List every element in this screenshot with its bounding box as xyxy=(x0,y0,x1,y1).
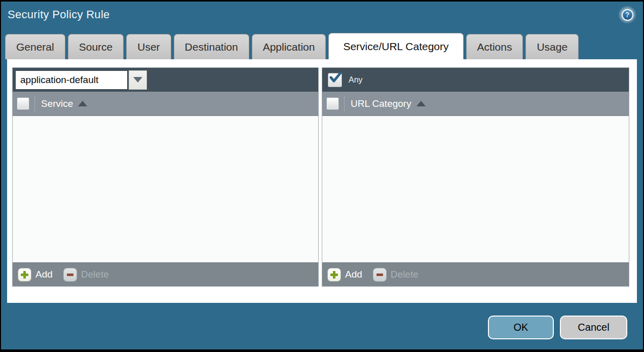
service-column-header[interactable]: Service xyxy=(41,98,73,109)
url-category-list xyxy=(322,116,629,262)
add-url-category-button[interactable]: Add xyxy=(328,268,362,281)
help-icon[interactable]: ? xyxy=(618,6,636,24)
any-checkbox[interactable] xyxy=(328,73,342,87)
question-mark-icon: ? xyxy=(622,9,633,21)
check-icon xyxy=(329,71,342,85)
security-policy-rule-dialog: Security Policy Rule ? General Source Us… xyxy=(0,0,644,352)
service-panel: application-default Service Add xyxy=(12,67,319,287)
delete-service-button[interactable]: Delete xyxy=(64,268,109,281)
url-category-panel-toolbar: Any xyxy=(322,68,629,92)
tab-actions[interactable]: Actions xyxy=(466,34,523,59)
url-category-panel: Any URL Category Add Delete xyxy=(322,67,629,287)
service-type-selector-dropdown-button[interactable] xyxy=(129,70,147,90)
column-separator xyxy=(34,96,35,111)
service-panel-toolbar: application-default xyxy=(13,68,318,92)
plus-icon xyxy=(18,268,31,281)
plus-icon xyxy=(328,268,340,281)
any-label: Any xyxy=(349,75,363,85)
tab-usage[interactable]: Usage xyxy=(525,34,579,59)
service-list xyxy=(13,116,318,262)
select-all-url-categories-checkbox[interactable] xyxy=(327,98,338,109)
tab-content-area: application-default Service Add xyxy=(7,59,637,303)
service-panel-footer: Add Delete xyxy=(13,262,318,286)
service-type-selector[interactable]: application-default xyxy=(15,70,147,90)
tab-general[interactable]: General xyxy=(5,34,65,59)
select-all-services-checkbox[interactable] xyxy=(17,98,29,109)
url-category-panel-footer: Add Delete xyxy=(322,262,629,286)
tab-source[interactable]: Source xyxy=(68,34,124,59)
delete-url-category-button[interactable]: Delete xyxy=(373,268,419,281)
tab-service-url-category[interactable]: Service/URL Category xyxy=(328,33,463,59)
url-category-column-header-row: URL Category xyxy=(322,92,629,116)
tab-destination[interactable]: Destination xyxy=(174,34,249,59)
minus-icon xyxy=(64,268,77,281)
dialog-title: Security Policy Rule xyxy=(8,8,110,21)
sort-ascending-icon[interactable] xyxy=(78,101,87,106)
service-type-selector-value[interactable]: application-default xyxy=(15,70,128,90)
minus-icon xyxy=(373,268,386,281)
tab-application[interactable]: Application xyxy=(252,34,326,59)
column-separator xyxy=(344,96,345,111)
tab-user[interactable]: User xyxy=(126,34,171,59)
cancel-button[interactable]: Cancel xyxy=(560,316,627,339)
tab-bar: General Source User Destination Applicat… xyxy=(5,33,579,59)
url-category-column-header[interactable]: URL Category xyxy=(351,98,411,109)
ok-button[interactable]: OK xyxy=(488,316,554,339)
sort-ascending-icon[interactable] xyxy=(416,101,426,106)
service-column-header-row: Service xyxy=(13,92,318,116)
chevron-down-icon xyxy=(133,77,142,83)
add-service-button[interactable]: Add xyxy=(18,268,53,281)
